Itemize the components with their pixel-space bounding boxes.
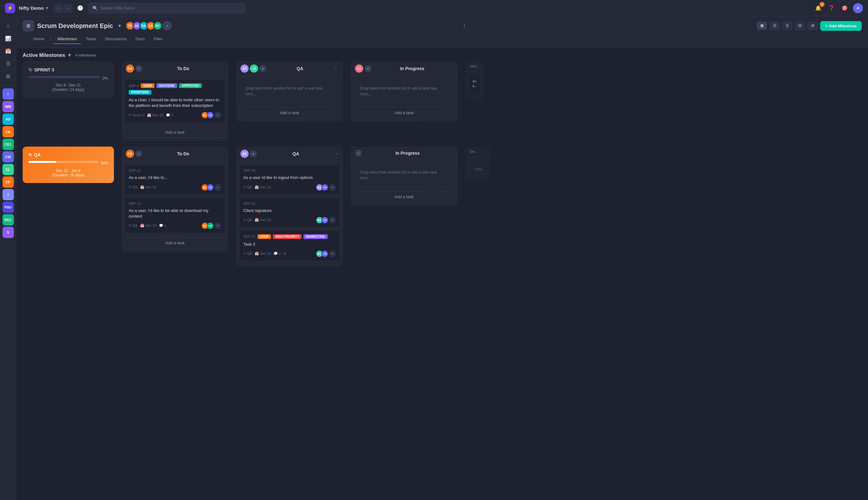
nav-docs[interactable]: Docs <box>131 35 149 44</box>
todo-add-member-button[interactable]: + <box>135 65 142 72</box>
column-header-inprogress-qa: + In Progress <box>350 147 458 160</box>
sdp27-add-assignee-button[interactable]: + <box>329 250 336 257</box>
notification-button[interactable]: 🔔 3 <box>813 3 823 13</box>
task-sdp8-sprint: ↻ Sprint 3 <box>129 113 144 117</box>
sidebar-avatar-ca[interactable]: CA <box>2 126 14 137</box>
partial-task-title: As a... <box>472 79 477 89</box>
task-sdp16-assignees: AV +3 + <box>318 184 336 191</box>
inprogress-qa-add-task-button[interactable]: Add a task <box>354 191 455 203</box>
apps-button[interactable]: 🎯 <box>840 3 850 13</box>
view-m-button[interactable]: M <box>808 22 817 30</box>
task-sdp21-assignees: RC +2 + <box>318 217 336 224</box>
qa-forward-icon: → <box>335 151 338 156</box>
assignee-plus2: +2 <box>207 112 214 118</box>
nav-back-button[interactable]: ‹ <box>54 4 63 13</box>
list-view-button[interactable]: ☰ <box>769 22 780 30</box>
sidebar-avatar-psu[interactable]: PSU <box>2 202 14 213</box>
sidebar-icon-calendar[interactable]: 📅 <box>2 45 14 57</box>
user-avatar[interactable]: A <box>853 3 863 13</box>
sidebar-icon-layers[interactable]: ⊞ <box>2 70 14 82</box>
task-partial-sprint3: As a... <box>468 75 481 96</box>
view-w-button[interactable]: W <box>795 22 805 30</box>
app-name[interactable]: Nifty Demo ▼ <box>19 5 49 11</box>
task-sdp27-sprint: ↻ QA <box>243 252 252 255</box>
sdp21-assignee2: +2 <box>321 217 328 224</box>
milestones-count: 4 milestones <box>75 53 96 58</box>
search-bar[interactable]: 🔍 <box>88 3 246 13</box>
task-sdp11-id-row: SDP-11 <box>129 169 221 172</box>
qa-repeat-icon: ↻ <box>28 152 32 157</box>
nav-files[interactable]: Files <box>149 35 167 44</box>
sidebar-icon-list[interactable]: ☰ <box>2 58 14 69</box>
column-header-qa-tasks: AV + QA → <box>236 147 343 161</box>
topbar-right: 🔔 3 ❓ 🎯 A <box>813 3 863 13</box>
qa-tasks-add-button[interactable]: + <box>250 150 257 157</box>
sprint3-dates: Dec 8 - Dec 21 (Duration: 14 days) <box>29 83 108 92</box>
nav-milestones[interactable]: Milestones <box>53 35 81 44</box>
sidebar-avatar-rc1[interactable]: RC1 <box>2 214 14 226</box>
grid-view-button[interactable]: ⊞ <box>757 22 767 30</box>
history-button[interactable]: 🕐 <box>76 4 85 13</box>
sidebar-avatar-ce1[interactable]: CE1 <box>2 139 14 150</box>
sdp13-assignee2: +4 <box>207 222 214 229</box>
sidebar-avatar-i[interactable]: I <box>2 88 14 100</box>
task-sdp27-id-row: SDP-27 USER HIGH PRIORITY MARKETING <box>243 234 336 239</box>
add-member-button[interactable]: + <box>163 21 171 30</box>
sidebar-icon-home[interactable]: ⌂ <box>2 20 14 32</box>
task-sdp13-id-row: SDP-13 <box>129 202 221 205</box>
inprogress-sprint3-add-task-button[interactable]: Add a task <box>354 107 455 118</box>
sdp11-add-assignee-button[interactable]: + <box>214 184 221 191</box>
column-inprogress-qa: + In Progress Drag tasks from another li… <box>350 147 458 206</box>
nav-tasks[interactable]: Tasks <box>81 35 100 44</box>
milestone-card-sprint3: ↻ SPRINT 3 0% Dec 8 - Dec 21 (Du <box>23 61 114 98</box>
qa-sprint3-add-task-button[interactable]: Add a task <box>239 107 340 118</box>
qa-sprint3-add-button[interactable]: + <box>259 65 266 72</box>
qa-todo-title: To Do <box>142 151 224 156</box>
sidebar-avatar-ad[interactable]: AD <box>2 114 14 125</box>
column-inprogress-sprint3: +1 + In Progress Drag tasks from another… <box>350 61 458 122</box>
milestones-header: Active Milestones ▼ 4 milestones <box>16 48 868 61</box>
nav-discussions[interactable]: Discussions <box>100 35 131 44</box>
project-title: Scrum Development Epic <box>37 22 113 30</box>
task-sdp11-sprint: ↻ QA <box>129 185 137 189</box>
help-button[interactable]: ❓ <box>826 3 836 13</box>
view-d-button[interactable]: D <box>782 22 792 30</box>
qa-todo-avatar: DA <box>126 150 134 158</box>
inprogress-sprint3-add-button[interactable]: + <box>365 65 371 72</box>
chevron-down-icon[interactable]: ▼ <box>67 53 72 58</box>
sdp11-assignee2: +3 <box>207 184 214 191</box>
qa-tasks-add-task-button[interactable]: Add a task <box>239 265 340 266</box>
add-milestone-button[interactable]: + Add Milestone <box>820 21 862 31</box>
qa-todo-add-task-button[interactable]: Add a task <box>125 237 225 249</box>
sidebar-avatar-s[interactable]: S <box>2 227 14 238</box>
search-input[interactable] <box>100 5 242 10</box>
nav-forward-button[interactable]: › <box>63 4 72 13</box>
task-sdp8-tags: SDP-8 USER BACKEND APPROVED FRONTEND <box>129 83 221 95</box>
todo-add-task-button[interactable]: Add a task <box>125 126 225 138</box>
sdp13-add-assignee-button[interactable]: + <box>214 222 221 229</box>
qa-todo-body: SDP-11 As a user, I'd like to... ↻ QA 📅 … <box>122 161 229 252</box>
nav-home[interactable]: Home <box>29 35 49 44</box>
sidebar-avatar-i2[interactable]: I <box>2 189 14 200</box>
search-icon: 🔍 <box>92 5 98 11</box>
sidebar-avatar-cl[interactable]: CL <box>2 164 14 175</box>
task-add-assignee-button[interactable]: + <box>214 112 221 118</box>
project-title-chevron[interactable]: ▼ <box>118 23 122 28</box>
task-card-sdp11: SDP-11 As a user, I'd like to... ↻ QA 📅 … <box>125 164 225 195</box>
inprogress-qa-add-button[interactable]: + <box>355 150 362 157</box>
sidebar-avatar-wm[interactable]: WM <box>2 101 14 112</box>
content-area: ⚙ Scrum Development Epic ▼ TO AV DA SA R… <box>16 16 868 500</box>
qa-dates: Dec 22 - Jan 8 (Duration: 18 days) <box>28 169 108 177</box>
tag-backend-sdp8: BACKEND <box>156 83 177 88</box>
qa-todo-add-button[interactable]: + <box>135 150 142 157</box>
task-sdp16-id-row: SDP-16 <box>243 169 336 172</box>
sdp16-add-assignee-button[interactable]: + <box>329 184 336 191</box>
task-sdp13-comments: 💬 1 <box>159 224 166 228</box>
sidebar-icon-chart[interactable]: 📊 <box>2 33 14 44</box>
sidebar-avatar-cw[interactable]: CW <box>2 151 14 162</box>
task-sdp8-assignees: DA +2 + <box>203 112 221 118</box>
project-nav: Home › Milestones Tasks Discussions Docs… <box>29 35 167 44</box>
share-button[interactable]: ↑ <box>462 21 467 31</box>
sidebar-avatar-cp[interactable]: CP <box>2 177 14 188</box>
sdp21-add-assignee-button[interactable]: + <box>329 217 336 224</box>
